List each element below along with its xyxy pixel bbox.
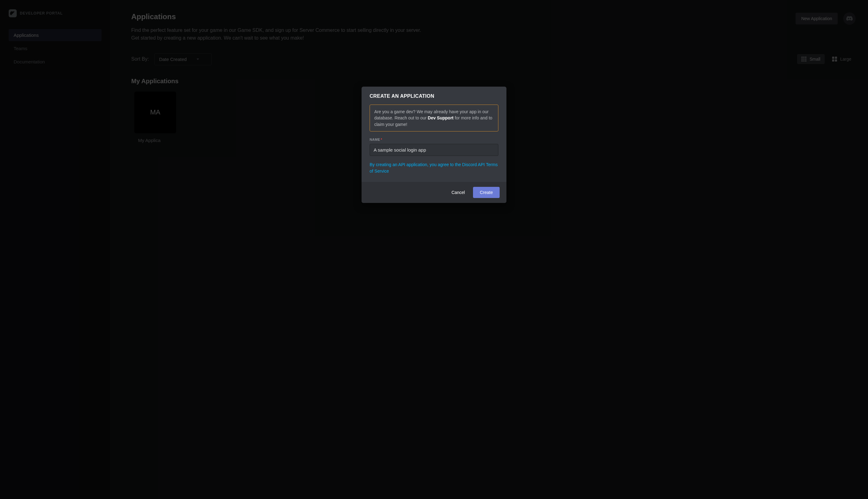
name-input[interactable] [370,144,498,156]
create-application-modal: CREATE AN APPLICATION Are you a game dev… [361,87,507,203]
modal-overlay: CREATE AN APPLICATION Are you a game dev… [0,0,868,499]
cancel-button[interactable]: Cancel [446,187,471,198]
modal-body: CREATE AN APPLICATION Are you a game dev… [361,87,507,182]
modal-title: CREATE AN APPLICATION [370,94,498,99]
notice-dev-support-link[interactable]: Dev Support [428,115,453,120]
required-asterisk: * [381,138,382,142]
tos-link[interactable]: By creating an API application, you agre… [370,161,498,174]
modal-footer: Cancel Create [361,182,507,203]
create-button[interactable]: Create [473,187,500,198]
name-label-text: NAME [370,138,380,142]
name-field-label: NAME* [370,138,498,142]
notice-box: Are you a game dev? We may already have … [370,105,498,132]
